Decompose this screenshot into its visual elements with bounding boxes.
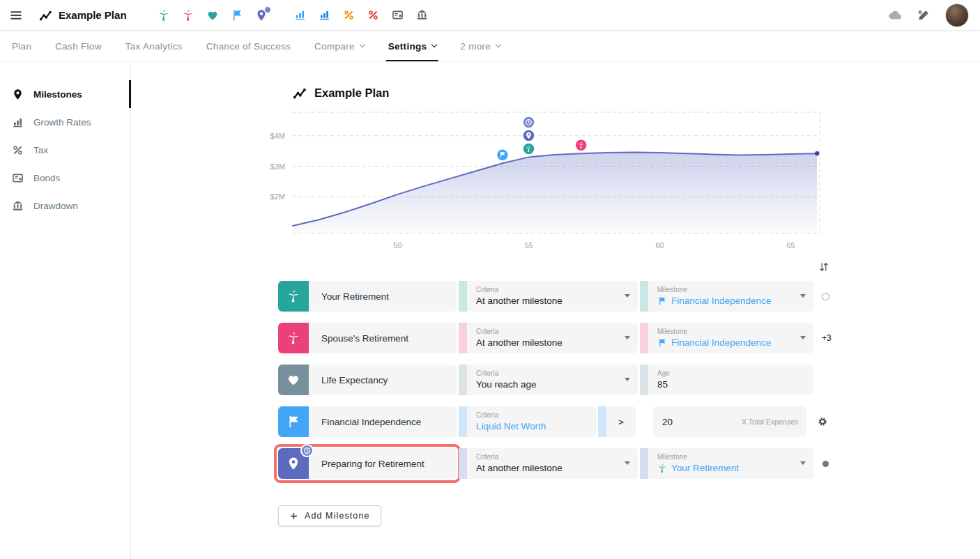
tab-cash-flow[interactable]: Cash Flow: [43, 31, 113, 61]
milestone-row-spouses-retirement: Spouse's Retirement Criteria At another …: [278, 323, 829, 353]
milestone-list: Your Retirement Criteria At another mile…: [278, 281, 829, 479]
bonds-icon[interactable]: [392, 9, 404, 21]
tab-compare[interactable]: Compare: [303, 31, 376, 61]
flag-icon[interactable]: [278, 406, 309, 437]
svg-text:50: 50: [393, 241, 401, 250]
sidebar-item-milestones[interactable]: Milestones: [0, 80, 130, 108]
amount-input[interactable]: 20 X Total Expenses: [653, 406, 806, 437]
pin-icon: [12, 89, 24, 100]
milestone-select[interactable]: Milestone Financial Independence: [648, 323, 813, 353]
milestone-value: Financial Independence: [657, 337, 805, 348]
add-milestone-button[interactable]: Add Milestone: [278, 505, 381, 526]
milestone-name-field[interactable]: Financial Independence: [309, 406, 457, 437]
milestone-name-field[interactable]: Spouse's Retirement: [309, 323, 457, 353]
milestones-panel: Example Plan $2M$3M$4M50556065: [131, 62, 980, 559]
app-window: Example Plan Plan Cas: [0, 0, 980, 559]
tint-strip: [459, 448, 467, 479]
link-dot-icon[interactable]: [822, 461, 829, 467]
sidebar-item-drawdown[interactable]: Drawdown: [0, 192, 130, 220]
tab-chance-of-success[interactable]: Chance of Success: [194, 31, 303, 61]
chevron-down-icon: [800, 461, 806, 465]
hamburger-icon: [9, 8, 23, 22]
tint-strip: [640, 365, 648, 395]
flag-icon: [657, 338, 667, 348]
growth-rates-icon[interactable]: [294, 9, 306, 21]
insights-logo-icon: [39, 8, 52, 22]
palm-icon[interactable]: [182, 9, 194, 22]
app-bar: Example Plan: [0, 0, 980, 31]
gear-icon[interactable]: [817, 416, 828, 427]
heart-icon[interactable]: [278, 365, 309, 395]
criteria-select[interactable]: Criteria At another milestone: [467, 323, 638, 353]
pin-icon[interactable]: [278, 448, 309, 479]
chart-marker-clock-icon[interactable]: [523, 116, 535, 128]
more-count-badge[interactable]: +3: [822, 333, 832, 343]
criteria-label: Criteria: [476, 369, 629, 378]
tint-strip: [459, 323, 467, 353]
palm-icon[interactable]: [158, 9, 170, 22]
criteria-label: Criteria: [476, 453, 629, 461]
age-input[interactable]: Age 85: [648, 365, 813, 395]
criteria-select[interactable]: Criteria At another milestone: [467, 281, 638, 312]
chart-marker-flag-icon[interactable]: [496, 149, 508, 161]
flag-icon: [657, 296, 667, 306]
pin-badge-icon[interactable]: [255, 9, 268, 22]
sidebar-item-label: Tax: [33, 145, 48, 155]
milestone-label: Milestone: [657, 286, 805, 294]
chart-marker-palm-icon[interactable]: [523, 143, 535, 155]
tax-icon[interactable]: [343, 9, 355, 21]
milestone-name-field[interactable]: Your Retirement: [309, 281, 457, 312]
edit-percent-icon[interactable]: [917, 9, 930, 22]
menu-button[interactable]: [6, 5, 26, 26]
svg-text:55: 55: [524, 241, 533, 250]
criteria-select[interactable]: Criteria Liquid Net Worth: [467, 406, 596, 437]
svg-text:$3M: $3M: [270, 162, 285, 171]
avatar[interactable]: [945, 3, 969, 27]
milestone-select[interactable]: Milestone Your Retirement: [648, 448, 813, 479]
chart-marker-pin-icon[interactable]: [523, 130, 535, 141]
growth-rates-alt-icon[interactable]: [319, 9, 330, 21]
sidebar-item-label: Bonds: [33, 173, 60, 183]
milestone-label: Milestone: [657, 453, 805, 461]
page-title: Example Plan: [293, 86, 980, 100]
operator-select[interactable]: >: [606, 406, 636, 437]
milestone-value: Your Retirement: [657, 463, 805, 473]
criteria-select[interactable]: Criteria You reach age: [467, 365, 638, 395]
bonds-icon: [12, 172, 24, 184]
milestone-name-field[interactable]: Preparing for Retirement: [309, 448, 457, 479]
heart-icon-glyph: [286, 373, 300, 387]
palm-icon[interactable]: [278, 281, 309, 312]
tint-strip: [459, 365, 467, 395]
sidebar-item-label: Drawdown: [33, 201, 78, 211]
tab-2-more[interactable]: 2 more: [448, 31, 512, 61]
drawdown-icon[interactable]: [416, 9, 428, 21]
palm-icon: [657, 464, 667, 473]
tab-settings[interactable]: Settings: [376, 31, 449, 61]
pin-icon-glyph: [286, 457, 300, 470]
chevron-down-icon: [496, 42, 501, 47]
tab-tax-analytics[interactable]: Tax Analytics: [114, 31, 194, 61]
milestone-select[interactable]: Milestone Financial Independence: [648, 281, 813, 312]
sort-icon[interactable]: [818, 261, 829, 273]
link-ring-icon[interactable]: [822, 293, 829, 300]
criteria-value: You reach age: [476, 379, 629, 390]
palm-icon-glyph: [286, 331, 300, 345]
flag-icon[interactable]: [231, 9, 243, 22]
palm-icon[interactable]: [278, 323, 309, 353]
sidebar-item-tax[interactable]: Tax: [0, 136, 130, 164]
sidebar-item-growth-rates[interactable]: Growth Rates: [0, 108, 130, 136]
svg-text:$4M: $4M: [270, 132, 285, 140]
tint-strip: [640, 281, 648, 312]
chevron-down-icon: [359, 42, 365, 47]
cloud-sync-icon[interactable]: [887, 8, 902, 22]
sidebar-item-bonds[interactable]: Bonds: [0, 164, 130, 192]
tint-strip: [640, 448, 648, 479]
chart-marker-palm-icon[interactable]: [575, 139, 587, 151]
tax-alt-icon[interactable]: [367, 9, 379, 21]
milestone-name-field[interactable]: Life Expectancy: [309, 365, 457, 395]
heart-icon[interactable]: [206, 9, 219, 22]
criteria-select[interactable]: Criteria At another milestone: [467, 448, 638, 479]
module-quick-icons: [294, 9, 428, 21]
svg-text:60: 60: [655, 241, 664, 250]
tab-plan[interactable]: Plan: [0, 31, 43, 61]
